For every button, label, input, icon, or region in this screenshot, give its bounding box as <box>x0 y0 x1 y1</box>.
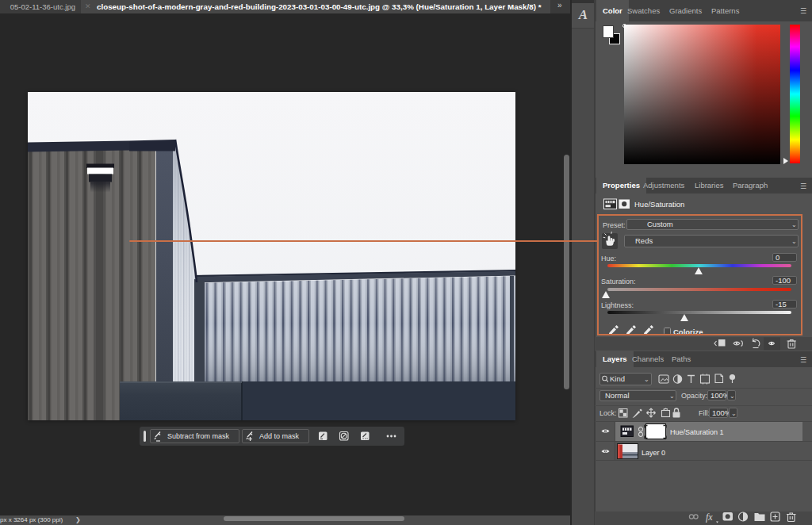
svg-text:fx: fx <box>706 512 713 523</box>
